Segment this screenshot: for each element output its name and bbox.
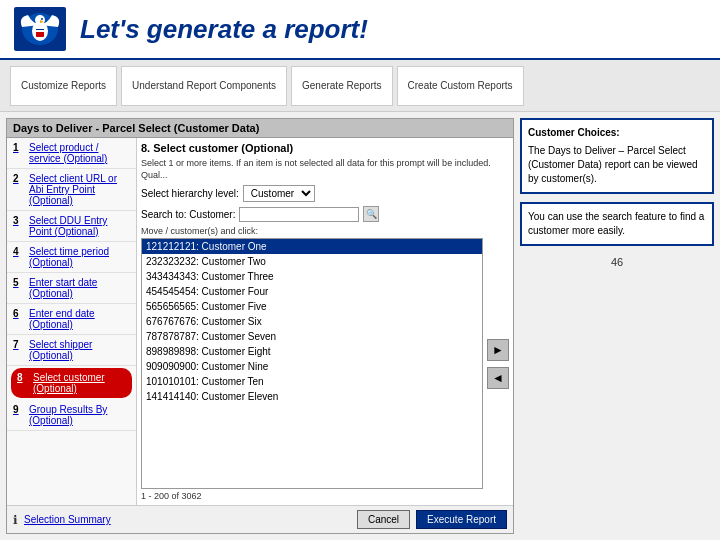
svg-point-4 (41, 18, 43, 20)
list-item[interactable]: 141414140: Customer Eleven (142, 389, 482, 404)
hierarchy-label: Select hierarchy level: (141, 188, 239, 199)
step-num: 7 (13, 339, 25, 361)
search-button[interactable]: 🔍 (363, 206, 379, 222)
step-label: Select time period (Optional) (29, 246, 130, 268)
list-item[interactable]: 676767676: Customer Six (142, 314, 482, 329)
step-label: Select product / service (Optional) (29, 142, 130, 164)
form-step-item-4[interactable]: 4Select time period (Optional) (7, 242, 136, 273)
info-icon[interactable]: ℹ (13, 513, 18, 527)
svg-rect-7 (36, 29, 44, 30)
search-row: Search to: Customer: 🔍 (141, 206, 509, 222)
page-number: 46 (520, 254, 714, 270)
list-controls: ► ◄ (487, 238, 509, 489)
form-step-item-9[interactable]: 9Group Results By (Optional) (7, 400, 136, 431)
list-item[interactable]: 101010101: Customer Ten (142, 374, 482, 389)
list-and-buttons: 121212121: Customer One232323232: Custom… (141, 238, 509, 489)
form-step-item-7[interactable]: 7Select shipper (Optional) (7, 335, 136, 366)
page-title: Let's generate a report! (80, 14, 368, 45)
form-step-item-1[interactable]: 1Select product / service (Optional) (7, 138, 136, 169)
list-count: 1 - 200 of 3062 (141, 491, 509, 501)
list-item[interactable]: 121212121: Customer One (142, 239, 482, 254)
hierarchy-row: Select hierarchy level: Customer (141, 185, 509, 202)
form-step-item-8[interactable]: 8Select customer (Optional) (11, 368, 132, 398)
step-num: 8 (17, 372, 29, 394)
search-input[interactable] (239, 207, 359, 222)
callout-body-2: You can use the search feature to find a… (528, 211, 704, 236)
step-num: 6 (13, 308, 25, 330)
step-label: Enter start date (Optional) (29, 277, 130, 299)
steps-bar: Customize Reports Understand Report Comp… (0, 60, 720, 112)
step-understand[interactable]: Understand Report Components (121, 66, 287, 106)
form-buttons: Cancel Execute Report (357, 510, 507, 529)
callout-box-2: You can use the search feature to find a… (520, 202, 714, 246)
list-item[interactable]: 909090900: Customer Nine (142, 359, 482, 374)
callout-body-1: The Days to Deliver – Parcel Select (Cus… (528, 145, 698, 184)
list-item[interactable]: 787878787: Customer Seven (142, 329, 482, 344)
info-text: Select 1 or more items. If an item is no… (141, 158, 509, 181)
cancel-button[interactable]: Cancel (357, 510, 410, 529)
step-num: 1 (13, 142, 25, 164)
step-label: Select client URL or Abi Entry Point (Op… (29, 173, 130, 206)
list-item[interactable]: 232323232: Customer Two (142, 254, 482, 269)
move-right-button[interactable]: ► (487, 339, 509, 361)
hierarchy-select[interactable]: Customer (243, 185, 315, 202)
callout-heading-1: Customer Choices: (528, 126, 706, 140)
step-generate[interactable]: Generate Reports (291, 66, 393, 106)
move-left-button[interactable]: ◄ (487, 367, 509, 389)
usps-logo (14, 7, 66, 51)
search-label: Search to: Customer: (141, 209, 235, 220)
report-form: Days to Deliver - Parcel Select (Custome… (6, 118, 514, 534)
callout-box-1: Customer Choices: The Days to Deliver – … (520, 118, 714, 194)
step-num: 3 (13, 215, 25, 237)
step-label: Group Results By (Optional) (29, 404, 130, 426)
execute-report-button[interactable]: Execute Report (416, 510, 507, 529)
form-body: 1Select product / service (Optional)2Sel… (7, 138, 513, 505)
step-num: 4 (13, 246, 25, 268)
form-step-item-3[interactable]: 3Select DDU Entry Point (Optional) (7, 211, 136, 242)
page-header: Let's generate a report! (0, 0, 720, 60)
list-item[interactable]: 454545454: Customer Four (142, 284, 482, 299)
customer-panel: 8. Select customer (Optional) Select 1 o… (137, 138, 513, 505)
main-content: Days to Deliver - Parcel Select (Custome… (0, 112, 720, 540)
selection-summary-link[interactable]: Selection Summary (24, 514, 111, 525)
form-title: Days to Deliver - Parcel Select (Custome… (7, 119, 513, 138)
move-label: Move / customer(s) and click: (141, 226, 509, 236)
form-step-item-6[interactable]: 6Enter end date (Optional) (7, 304, 136, 335)
callout-panel: Customer Choices: The Days to Deliver – … (520, 112, 720, 540)
step-num: 2 (13, 173, 25, 206)
form-step-item-5[interactable]: 5Enter start date (Optional) (7, 273, 136, 304)
step-num: 5 (13, 277, 25, 299)
customer-list[interactable]: 121212121: Customer One232323232: Custom… (141, 238, 483, 489)
step-label: Select customer (Optional) (33, 372, 126, 394)
step-customize[interactable]: Customize Reports (10, 66, 117, 106)
list-item[interactable]: 565656565: Customer Five (142, 299, 482, 314)
list-item[interactable]: 343434343: Customer Three (142, 269, 482, 284)
steps-list: 1Select product / service (Optional)2Sel… (7, 138, 137, 505)
step-label: Enter end date (Optional) (29, 308, 130, 330)
customer-panel-title: 8. Select customer (Optional) (141, 142, 509, 154)
form-step-item-2[interactable]: 2Select client URL or Abi Entry Point (O… (7, 169, 136, 211)
step-num: 9 (13, 404, 25, 426)
step-label: Select shipper (Optional) (29, 339, 130, 361)
step-custom[interactable]: Create Custom Reports (397, 66, 524, 106)
step-label: Select DDU Entry Point (Optional) (29, 215, 130, 237)
form-bottom: ℹ Selection Summary Cancel Execute Repor… (7, 505, 513, 533)
list-item[interactable]: 898989898: Customer Eight (142, 344, 482, 359)
